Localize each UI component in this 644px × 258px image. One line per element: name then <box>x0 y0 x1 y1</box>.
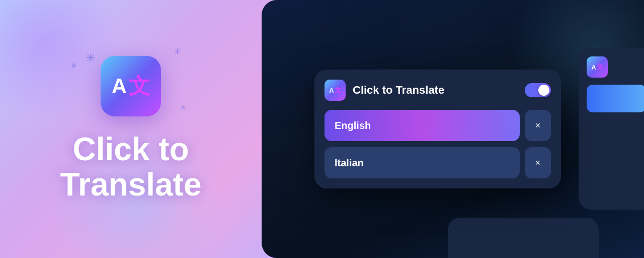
side-icon-a: A <box>591 63 596 71</box>
card-app-icon: A 文 <box>325 80 346 101</box>
close-icon-italian: × <box>535 158 541 168</box>
side-icon-cjk: 文 <box>597 62 603 72</box>
card-icon-letter-cjk: 文 <box>335 86 341 95</box>
close-btn-english[interactable]: × <box>525 110 551 141</box>
title-line1: Click to <box>72 131 189 167</box>
close-btn-italian[interactable]: × <box>525 147 551 178</box>
language-row-english: English × <box>325 110 551 141</box>
side-card: A 文 <box>579 48 644 210</box>
deco-star-1: ✳ <box>86 51 96 65</box>
icon-letter-a: A <box>112 74 127 98</box>
side-card-header: A 文 <box>587 56 644 78</box>
side-card-lang-bar <box>587 85 644 112</box>
app-icon-container: ✳ ✳ ✳ ✳ A 文 <box>101 56 161 116</box>
app-title: Click to Translate <box>60 132 201 203</box>
language-list: English × Italian × <box>325 110 551 178</box>
close-icon-english: × <box>535 120 541 131</box>
main-card: A 文 Click to Translate English × <box>314 70 561 188</box>
language-pill-italian[interactable]: Italian <box>325 147 520 178</box>
toggle-switch[interactable] <box>525 83 551 97</box>
language-name-italian: Italian <box>335 157 364 169</box>
background: ✳ ✳ ✳ ✳ A 文 Click to Translate A 文 Click… <box>0 0 644 258</box>
language-pill-english[interactable]: English <box>325 110 520 141</box>
title-line2: Translate <box>60 166 201 203</box>
card-header: A 文 Click to Translate <box>325 80 551 101</box>
bottom-card <box>448 218 599 258</box>
toggle-knob <box>538 85 549 96</box>
deco-star-4: ✳ <box>180 103 186 111</box>
app-icon-large[interactable]: A 文 <box>101 56 161 116</box>
deco-star-3: ✳ <box>174 46 181 57</box>
left-section: ✳ ✳ ✳ ✳ A 文 Click to Translate <box>0 36 262 223</box>
language-name-english: English <box>335 120 371 132</box>
side-card-icon: A 文 <box>587 56 608 78</box>
right-section: A 文 Click to Translate English × <box>262 0 644 258</box>
language-row-italian: Italian × <box>325 147 551 178</box>
deco-star-2: ✳ <box>70 61 77 71</box>
card-icon-letter-a: A <box>329 87 334 94</box>
card-title: Click to Translate <box>353 84 518 97</box>
icon-letter-cjk: 文 <box>129 72 150 100</box>
